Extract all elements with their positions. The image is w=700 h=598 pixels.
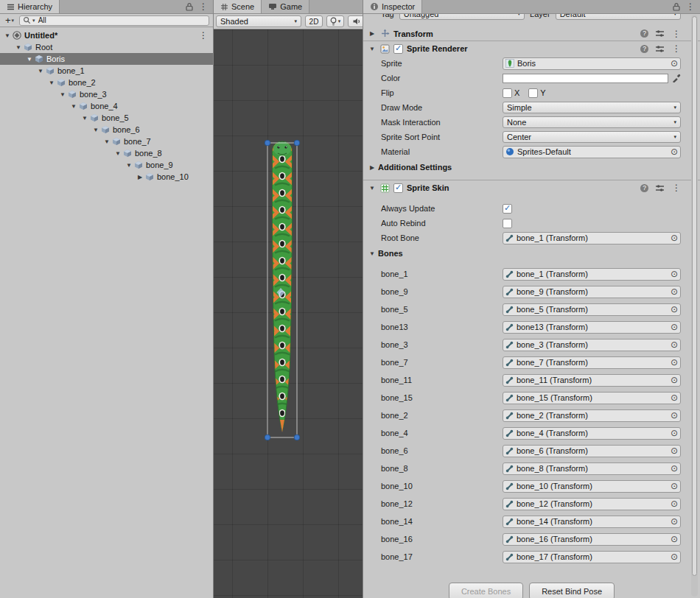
object-picker-icon[interactable]: ⊙: [671, 287, 678, 296]
hierarchy-item-root[interactable]: ▼Root: [0, 41, 213, 53]
object-picker-icon[interactable]: ⊙: [671, 340, 678, 349]
scene-viewport[interactable]: [214, 29, 363, 598]
object-picker-icon[interactable]: ⊙: [671, 358, 678, 367]
kebab-menu-icon[interactable]: ⋮: [197, 2, 209, 11]
object-picker-icon[interactable]: ⊙: [671, 517, 678, 526]
hierarchy-item-bone_2[interactable]: ▼bone_2: [0, 77, 213, 88]
create-bones-button[interactable]: Create Bones: [449, 583, 523, 598]
collapse-arrow-icon[interactable]: ▼: [368, 250, 377, 257]
tab-inspector[interactable]: Inspector: [363, 0, 422, 13]
bone-object-field[interactable]: bone_12 (Transform)⊙: [503, 498, 681, 510]
flip-x-checkbox[interactable]: [503, 88, 512, 98]
expand-arrow-icon[interactable]: ▶: [368, 164, 377, 171]
hierarchy-item-bone_7[interactable]: ▼bone_7: [0, 136, 213, 147]
presets-icon[interactable]: [655, 44, 665, 54]
object-picker-icon[interactable]: ⊙: [671, 305, 678, 314]
boris-sprite[interactable]: [262, 138, 306, 442]
collapse-arrow-icon[interactable]: ▼: [125, 162, 133, 169]
bone-object-field[interactable]: bone_9 (Transform)⊙: [503, 286, 681, 298]
tab-scene[interactable]: Scene: [214, 0, 262, 13]
transform-component-header[interactable]: ▶ Transform ? ⋮: [363, 27, 700, 41]
collapse-arrow-icon[interactable]: ▼: [25, 56, 34, 63]
lock-icon[interactable]: [186, 2, 193, 11]
object-picker-icon[interactable]: ⊙: [671, 393, 678, 402]
collapse-arrow-icon[interactable]: ▼: [58, 91, 67, 98]
kebab-menu-icon[interactable]: ⋮: [671, 29, 682, 38]
sprite-sort-point-dropdown[interactable]: Center▾: [503, 131, 681, 143]
create-menu-button[interactable]: + ▾: [4, 15, 15, 26]
kebab-menu-icon[interactable]: ⋮: [671, 44, 682, 53]
hierarchy-item-bone_4[interactable]: ▼bone_4: [0, 100, 213, 112]
object-picker-icon[interactable]: ⊙: [671, 147, 678, 156]
sprite-skin-component-header[interactable]: ▼ Sprite Skin ? ⋮: [363, 180, 700, 195]
object-picker-icon[interactable]: ⊙: [671, 446, 678, 455]
eyedropper-icon[interactable]: [672, 74, 681, 82]
object-picker-icon[interactable]: ⊙: [671, 233, 678, 242]
bone-object-field[interactable]: bone_14 (Transform)⊙: [503, 516, 681, 528]
bone-object-field[interactable]: bone_3 (Transform)⊙: [503, 339, 681, 351]
collapse-arrow-icon[interactable]: ▼: [69, 103, 78, 110]
scrollbar-thumb[interactable]: [692, 16, 697, 576]
bone-object-field[interactable]: bone_17 (Transform)⊙: [503, 551, 681, 563]
tag-dropdown[interactable]: Untagged▾: [399, 14, 525, 20]
sprite-skin-enabled-checkbox[interactable]: [393, 183, 403, 193]
bone-object-field[interactable]: bone_16 (Transform)⊙: [503, 533, 681, 546]
bone-object-field[interactable]: bone_1 (Transform)⊙: [503, 268, 681, 281]
bone-object-field[interactable]: bone_11 (Transform)⊙: [503, 374, 681, 387]
sprite-renderer-component-header[interactable]: ▼ Sprite Renderer ? ⋮: [363, 41, 700, 56]
object-picker-icon[interactable]: ⊙: [671, 482, 678, 490]
hierarchy-item-bone_5[interactable]: ▼bone_5: [0, 112, 213, 124]
hierarchy-item-bone_10[interactable]: ▶bone_10: [0, 171, 213, 183]
object-picker-icon[interactable]: ⊙: [671, 552, 678, 561]
kebab-menu-icon[interactable]: ⋮: [199, 30, 213, 41]
reset-bind-pose-button[interactable]: Reset Bind Pose: [529, 583, 615, 598]
object-picker-icon[interactable]: ⊙: [671, 323, 678, 331]
hierarchy-search-input[interactable]: ▾ All: [19, 15, 209, 26]
inspector-scrollbar[interactable]: [691, 15, 698, 597]
collapse-arrow-icon[interactable]: ▼: [47, 80, 56, 86]
bone-object-field[interactable]: bone_15 (Transform)⊙: [503, 392, 681, 404]
bone-object-field[interactable]: bone_10 (Transform)⊙: [503, 480, 681, 493]
bone-object-field[interactable]: bone_5 (Transform)⊙: [503, 303, 681, 316]
hierarchy-item-bone_8[interactable]: ▼bone_8: [0, 147, 213, 159]
help-icon[interactable]: ?: [640, 29, 649, 38]
object-picker-icon[interactable]: ⊙: [671, 376, 678, 384]
hierarchy-item-bone_1[interactable]: ▼bone_1: [0, 65, 213, 77]
collapse-arrow-icon[interactable]: ▼: [368, 185, 377, 191]
color-swatch[interactable]: [503, 74, 668, 83]
hierarchy-item-untitled[interactable]: ▼Untitled*⋮: [0, 29, 213, 41]
collapse-arrow-icon[interactable]: ▼: [368, 46, 377, 52]
bone-object-field[interactable]: bone_4 (Transform)⊙: [503, 427, 681, 440]
presets-icon[interactable]: [655, 183, 665, 193]
hierarchy-item-bone_3[interactable]: ▼bone_3: [0, 88, 213, 100]
hierarchy-item-bone_6[interactable]: ▼bone_6: [0, 124, 213, 136]
expand-arrow-icon[interactable]: ▶: [136, 174, 144, 180]
bone-object-field[interactable]: bone_7 (Transform)⊙: [503, 356, 681, 369]
layer-dropdown[interactable]: Default▾: [556, 14, 681, 20]
collapse-arrow-icon[interactable]: ▼: [36, 68, 45, 74]
collapse-arrow-icon[interactable]: ▼: [113, 150, 122, 157]
collapse-arrow-icon[interactable]: ▼: [91, 127, 100, 133]
flip-y-checkbox[interactable]: [528, 88, 538, 98]
always-update-checkbox[interactable]: [503, 204, 512, 214]
expand-arrow-icon[interactable]: ▶: [368, 30, 377, 37]
kebab-menu-icon[interactable]: ⋮: [671, 183, 682, 192]
auto-rebind-checkbox[interactable]: [503, 219, 512, 228]
collapse-arrow-icon[interactable]: ▼: [102, 138, 111, 145]
object-picker-icon[interactable]: ⊙: [671, 270, 678, 278]
collapse-arrow-icon[interactable]: ▼: [80, 115, 89, 122]
kebab-menu-icon[interactable]: ⋮: [685, 2, 696, 11]
2d-toggle-button[interactable]: 2D: [305, 15, 323, 27]
root-bone-object-field[interactable]: bone_1 (Transform) ⊙: [503, 232, 681, 245]
additional-settings-foldout[interactable]: ▶ Additional Settings: [363, 161, 700, 174]
sprite-object-field[interactable]: Boris ⊙: [503, 57, 681, 70]
presets-icon[interactable]: [655, 29, 665, 38]
hierarchy-item-boris[interactable]: ▼Boris: [0, 53, 213, 65]
object-picker-icon[interactable]: ⊙: [671, 429, 678, 437]
sprite-renderer-enabled-checkbox[interactable]: [393, 44, 403, 54]
help-icon[interactable]: ?: [640, 183, 649, 193]
collapse-arrow-icon[interactable]: ▼: [3, 32, 12, 39]
lighting-toggle-button[interactable]: ▾: [326, 15, 344, 27]
bones-foldout[interactable]: ▼ Bones: [363, 247, 700, 260]
tab-game[interactable]: Game: [262, 0, 309, 13]
